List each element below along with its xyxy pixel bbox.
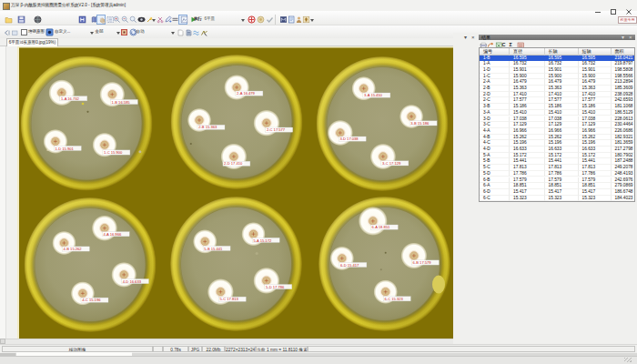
svg-text:6-C 15.323: 6-C 15.323 xyxy=(385,297,404,301)
svg-text:2-D 17.410: 2-D 17.410 xyxy=(224,161,243,166)
svg-text:2-A 16.479: 2-A 16.479 xyxy=(237,91,256,96)
svg-text:4-B 15.262: 4-B 15.262 xyxy=(64,247,83,251)
svg-text:6-D 15.417: 6-D 15.417 xyxy=(340,263,359,268)
svg-text:1-D 15.901: 1-D 15.901 xyxy=(56,147,75,151)
svg-text:5-C 17.813: 5-C 17.813 xyxy=(220,297,239,301)
svg-text:5-D 17.786: 5-D 17.786 xyxy=(266,285,285,289)
svg-text:1-B 16.595: 1-B 16.595 xyxy=(112,100,131,105)
svg-text:5-A 15.172: 5-A 15.172 xyxy=(253,238,272,243)
svg-text:3-A 15.410: 3-A 15.410 xyxy=(364,93,383,97)
svg-text:2-B 15.363: 2-B 15.363 xyxy=(198,125,217,129)
svg-text:5-B 15.441: 5-B 15.441 xyxy=(204,247,223,251)
svg-text:1-A 16.732: 1-A 16.732 xyxy=(61,96,80,101)
svg-text:2-C 17.577: 2-C 17.577 xyxy=(267,127,286,132)
svg-text:1-C 15.900: 1-C 15.900 xyxy=(104,150,123,155)
svg-text:6-B 17.579: 6-B 17.579 xyxy=(413,260,432,265)
svg-text:3-B 15.186: 3-B 15.186 xyxy=(410,121,430,126)
svg-text:3-C 17.129: 3-C 17.129 xyxy=(382,161,401,166)
svg-text:6-A 18.851: 6-A 18.851 xyxy=(372,225,391,229)
svg-text:4-D 16.633: 4-D 16.633 xyxy=(123,279,142,284)
svg-text:3-D 17.038: 3-D 17.038 xyxy=(339,136,359,141)
svg-text:4-C 15.196: 4-C 15.196 xyxy=(82,298,101,302)
svg-text:4-A 16.966: 4-A 16.966 xyxy=(103,232,122,237)
